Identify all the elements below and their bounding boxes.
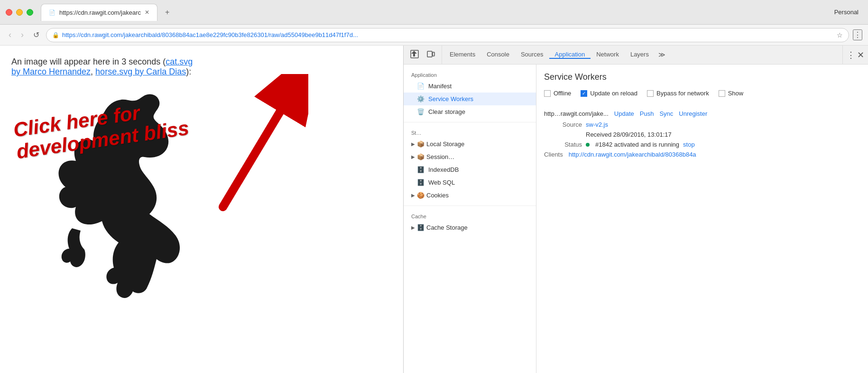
page-content: An image will appear here in 3 seconds (… [0,46,403,373]
web-sql-icon: 🗄️ [417,179,425,186]
devtools-toolbar: Elements Console Sources Application Net… [404,46,868,65]
secure-icon: 🔒 [52,32,59,38]
clients-label: Clients [544,151,563,158]
service-workers-panel: Service Workers Offline Update on reload [536,65,868,373]
minimize-button[interactable] [16,9,23,16]
address-bar[interactable]: 🔒 https://cdn.rawgit.com/jakearchibald/8… [46,28,849,42]
sw-client-url[interactable]: http://cdn.rawgit.com/jakearchibald/8036… [569,151,696,158]
bookmark-icon[interactable]: ☆ [837,31,843,39]
bypass-for-network-checkbox[interactable] [647,90,654,97]
offline-checkbox-group: Offline [544,90,571,97]
tab-elements[interactable]: Elements [444,51,481,59]
url-text: https://cdn.rawgit.com/jakearchibald/803… [62,31,834,38]
nav-bar: ‹ › ↺ 🔒 https://cdn.rawgit.com/jakearchi… [0,25,868,46]
devtools-more-options[interactable]: ⋮ [847,50,855,60]
sw-controls: Offline Update on reload Bypass for netw… [544,90,860,97]
sw-update-link[interactable]: Update [614,110,634,117]
expand-arrow-cache: ▶ [411,225,415,230]
sidebar-item-web-sql-label: Web SQL [428,179,455,186]
horse-image [9,74,256,304]
devtools-panel: Elements Console Sources Application Net… [403,46,868,373]
sw-push-link[interactable]: Push [640,110,654,117]
sidebar-section-storage: St… [404,126,536,138]
cookies-icon: 🍪 [417,192,425,199]
sidebar-divider-2 [404,205,536,206]
browser-menu-button[interactable]: ⋮ [853,29,862,40]
forward-button[interactable]: › [18,28,27,42]
sw-status-value: #1842 activated and is running [595,141,679,148]
local-storage-icon: 📦 [417,140,425,148]
sw-source-row: Source sw-v2.js [544,121,860,128]
expand-arrow-local: ▶ [411,141,415,147]
sidebar-item-local-storage-label: Local Storage [426,140,464,148]
sidebar-item-web-sql[interactable]: 🗄️ Web SQL [404,176,536,189]
sidebar-section-application: Application [404,68,536,80]
svg-rect-4 [433,52,434,56]
sidebar-item-cache-storage-label: Cache Storage [426,224,468,231]
update-on-reload-checkbox[interactable] [581,90,587,97]
sw-entry: http…rawgit.com/jake... Update Push Sync… [544,106,860,165]
sw-stop-link[interactable]: stop [683,141,695,148]
sidebar-item-indexeddb[interactable]: 🗄️ IndexedDB [404,163,536,176]
sidebar-item-sw-label: Service Workers [428,95,473,103]
inspect-element-button[interactable] [407,48,422,62]
session-storage-icon: 📦 [417,153,425,160]
sidebar-item-indexeddb-label: IndexedDB [428,166,459,173]
browser-tab[interactable]: 📄 https://cdn.rawgit.com/jakearc ✕ [41,4,157,21]
back-button[interactable]: ‹ [6,28,14,42]
sidebar-item-session-storage-label: Session… [426,153,454,160]
devtools-action-group: ⋮ ✕ [842,46,868,64]
tab-close-button[interactable]: ✕ [145,9,149,16]
tab-bar: 📄 https://cdn.rawgit.com/jakearc ✕ + [41,4,834,21]
sidebar-item-clear-storage[interactable]: 🗑️ Clear storage [404,105,536,118]
sw-sync-link[interactable]: Sync [659,110,673,117]
sw-received-value: Received 28/09/2016, 13:01:17 [586,131,672,138]
show-checkbox-group: Show [719,90,744,97]
sidebar-item-manifest[interactable]: 📄 Manifest [404,80,536,93]
title-bar: 📄 https://cdn.rawgit.com/jakearc ✕ + Per… [0,0,868,25]
devtools-close-button[interactable]: ✕ [857,50,864,60]
tab-network[interactable]: Network [591,51,625,59]
sidebar-item-service-workers[interactable]: ⚙️ Service Workers [404,93,536,105]
tab-console[interactable]: Console [481,51,515,59]
sidebar-item-cookies-label: Cookies [426,192,449,199]
close-button[interactable] [6,9,12,16]
tab-layers[interactable]: Layers [625,51,655,59]
tab-sources[interactable]: Sources [515,51,549,59]
sidebar-item-local-storage[interactable]: ▶ 📦 Local Storage [404,138,536,150]
sw-unregister-link[interactable]: Unregister [679,110,707,117]
more-tabs-button[interactable]: ≫ [655,51,669,59]
sidebar-item-cache-storage[interactable]: ▶ 🗄️ Cache Storage [404,221,536,234]
source-label: Source [544,121,582,128]
clear-storage-icon: 🗑️ [417,108,425,115]
tab-favicon: 📄 [49,9,55,16]
sidebar-item-cookies[interactable]: ▶ 🍪 Cookies [404,189,536,202]
show-checkbox[interactable] [719,90,725,97]
bypass-for-network-checkbox-group: Bypass for network [647,90,709,97]
device-toolbar-button[interactable] [424,48,438,62]
status-label: Status [544,141,582,148]
show-label: Show [728,90,744,97]
sidebar-divider-1 [404,122,536,122]
sidebar-item-session-storage[interactable]: ▶ 📦 Session… [404,150,536,163]
sw-source-link[interactable]: sw-v2.js [586,121,608,128]
devtools-icon-group [404,46,442,64]
svg-rect-3 [427,51,432,57]
service-workers-icon: ⚙️ [417,95,425,103]
traffic-lights [6,9,33,16]
reload-button[interactable]: ↺ [30,28,42,41]
panel-title: Service Workers [544,72,860,82]
sw-received-row: Received 28/09/2016, 13:01:17 [544,131,860,138]
indexeddb-icon: 🗄️ [417,166,425,173]
maximize-button[interactable] [27,9,33,16]
offline-label: Offline [554,90,571,97]
sw-url-row: http…rawgit.com/jake... Update Push Sync… [544,110,860,117]
devtools-tabs: Elements Console Sources Application Net… [442,51,842,59]
offline-checkbox[interactable] [544,90,551,97]
sw-clients-row: Clients http://cdn.rawgit.com/jakearchib… [544,151,781,158]
sidebar-section-cache: Cache [404,210,536,221]
tab-application[interactable]: Application [549,51,591,59]
status-dot [586,143,590,147]
update-on-reload-label: Update on reload [590,90,637,97]
new-tab-button[interactable]: + [161,6,173,19]
